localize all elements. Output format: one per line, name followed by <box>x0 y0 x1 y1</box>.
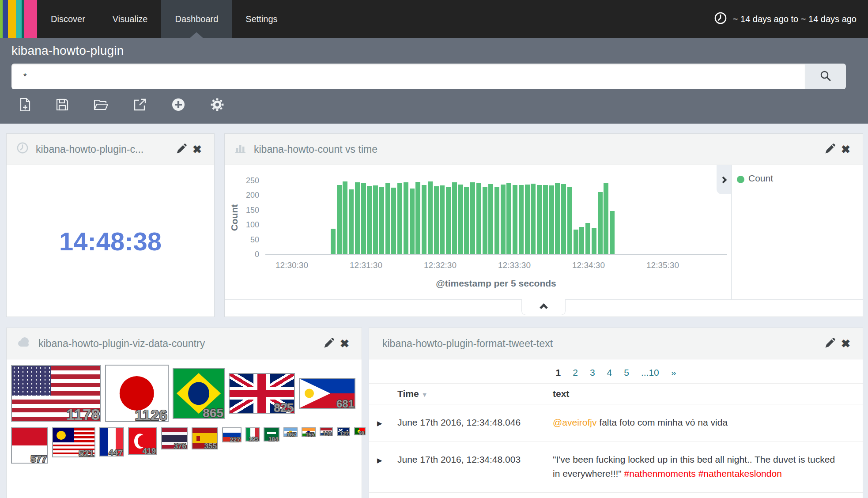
flag-ph[interactable]: 681 <box>299 378 355 409</box>
query-input[interactable] <box>11 64 805 89</box>
legend-toggle-button[interactable] <box>717 165 731 194</box>
column-header-time[interactable]: Time▼ <box>397 389 553 399</box>
flag-id[interactable]: 577 <box>11 427 48 464</box>
chart-bar[interactable] <box>440 185 445 254</box>
chart-bar[interactable] <box>397 183 402 254</box>
chart-bar[interactable] <box>579 227 584 254</box>
flag-tr[interactable]: 419 <box>128 427 157 455</box>
chart-bar[interactable] <box>446 187 451 254</box>
chart-bar[interactable] <box>483 187 487 254</box>
hashtag-link[interactable]: #nathentakeslondon <box>698 468 782 479</box>
chart-bar[interactable] <box>574 230 578 254</box>
chart-bar[interactable] <box>361 183 366 254</box>
new-dashboard-button[interactable] <box>19 98 31 113</box>
flag-nl[interactable]: 139 <box>320 427 333 436</box>
chart-bar[interactable] <box>592 228 596 254</box>
flag-ru[interactable]: 227 <box>222 427 242 442</box>
chart-bar[interactable] <box>422 185 426 254</box>
search-button[interactable] <box>805 64 846 89</box>
save-dashboard-button[interactable] <box>56 98 69 113</box>
edit-panel-button[interactable] <box>173 142 190 157</box>
chart-bar[interactable] <box>379 187 384 254</box>
chart-bar[interactable] <box>585 223 590 254</box>
flag-us[interactable]: 1178 <box>11 365 101 422</box>
close-panel-button[interactable]: ✖ <box>838 337 853 350</box>
chart-bar[interactable] <box>543 185 548 254</box>
share-dashboard-button[interactable] <box>133 98 147 113</box>
nav-item-settings[interactable]: Settings <box>232 0 291 38</box>
chart-bar[interactable] <box>385 183 390 254</box>
load-dashboard-button[interactable] <box>94 98 109 113</box>
chart-bar[interactable] <box>531 184 536 254</box>
close-panel-button[interactable]: ✖ <box>838 143 853 156</box>
kibana-logo[interactable] <box>0 0 37 38</box>
chart-bar[interactable] <box>367 186 372 254</box>
chart-bar[interactable] <box>464 187 469 254</box>
chart-bar[interactable] <box>349 189 354 254</box>
flag-au[interactable]: 127 <box>337 427 350 436</box>
page-link-10[interactable]: ...10 <box>641 367 659 378</box>
chart-bar[interactable] <box>428 181 433 254</box>
page-link-[interactable]: » <box>671 367 676 378</box>
page-link-4[interactable]: 4 <box>607 367 612 378</box>
chart-bar[interactable] <box>567 187 572 254</box>
hashtag-link[interactable]: #nathenmoments <box>624 468 696 479</box>
chart-bar[interactable] <box>501 185 506 254</box>
edit-panel-button[interactable] <box>321 336 337 351</box>
chart-bar[interactable] <box>391 188 396 254</box>
flag-sa[interactable]: 184 <box>264 427 279 441</box>
chart-bar[interactable] <box>343 181 347 254</box>
chart-bar[interactable] <box>525 185 530 254</box>
chart-bar[interactable] <box>404 182 408 254</box>
chart-bar[interactable] <box>561 184 566 254</box>
page-link-1[interactable]: 1 <box>556 367 561 378</box>
flag-jp[interactable]: 1126 <box>105 365 169 422</box>
page-link-5[interactable]: 5 <box>624 367 629 378</box>
flag-th[interactable]: 376 <box>161 427 188 449</box>
spy-toggle-button[interactable] <box>521 299 566 315</box>
chart-bar[interactable] <box>373 185 378 254</box>
page-link-2[interactable]: 2 <box>573 367 578 378</box>
chart-bar[interactable] <box>555 183 560 254</box>
nav-item-visualize[interactable]: Visualize <box>99 0 162 38</box>
nav-item-discover[interactable]: Discover <box>37 0 99 38</box>
chart-bar[interactable] <box>410 189 415 254</box>
chart-bar[interactable] <box>415 182 420 254</box>
flag-fr[interactable]: 447 <box>99 427 124 456</box>
flag-it[interactable]: 195 <box>245 427 260 441</box>
chart-bar[interactable] <box>604 183 608 254</box>
chart-bar[interactable] <box>610 211 615 254</box>
mention-link[interactable]: @aveirofjv <box>553 417 597 427</box>
edit-panel-button[interactable] <box>822 142 838 157</box>
chart-bar[interactable] <box>434 186 439 254</box>
chart-bar[interactable] <box>488 184 493 254</box>
flag-ar[interactable]: 167 <box>283 427 298 437</box>
chart-bar[interactable] <box>549 185 554 254</box>
flag-pt[interactable]: 98 <box>354 427 366 435</box>
chart-bar[interactable] <box>494 187 499 254</box>
edit-panel-button[interactable] <box>822 336 838 351</box>
expand-caret-icon[interactable]: ▶ <box>377 456 382 464</box>
chart-bar[interactable] <box>355 182 360 254</box>
add-visualization-button[interactable] <box>171 98 185 113</box>
chart-bar[interactable] <box>537 185 542 254</box>
chart-bar[interactable] <box>458 185 463 254</box>
close-panel-button[interactable]: ✖ <box>337 337 352 350</box>
chart-bar[interactable] <box>470 182 475 254</box>
page-link-3[interactable]: 3 <box>590 367 595 378</box>
chart-bar[interactable] <box>452 182 457 254</box>
flag-br[interactable]: 865 <box>173 368 225 419</box>
flag-my[interactable]: 521 <box>52 427 95 457</box>
flag-in[interactable]: 155 <box>302 427 316 437</box>
chart-bar[interactable] <box>506 183 511 254</box>
nav-item-dashboard[interactable]: Dashboard <box>161 0 232 38</box>
expand-caret-icon[interactable]: ▶ <box>377 419 382 427</box>
chart-bar[interactable] <box>337 185 342 254</box>
legend-label[interactable]: Count <box>748 173 773 184</box>
chart-bar[interactable] <box>331 229 336 254</box>
chart-bar[interactable] <box>598 192 603 254</box>
chart-bar[interactable] <box>476 183 481 254</box>
dashboard-options-button[interactable] <box>210 98 224 113</box>
flag-gb[interactable]: 825 <box>229 373 295 414</box>
chart-bar[interactable] <box>519 185 524 254</box>
